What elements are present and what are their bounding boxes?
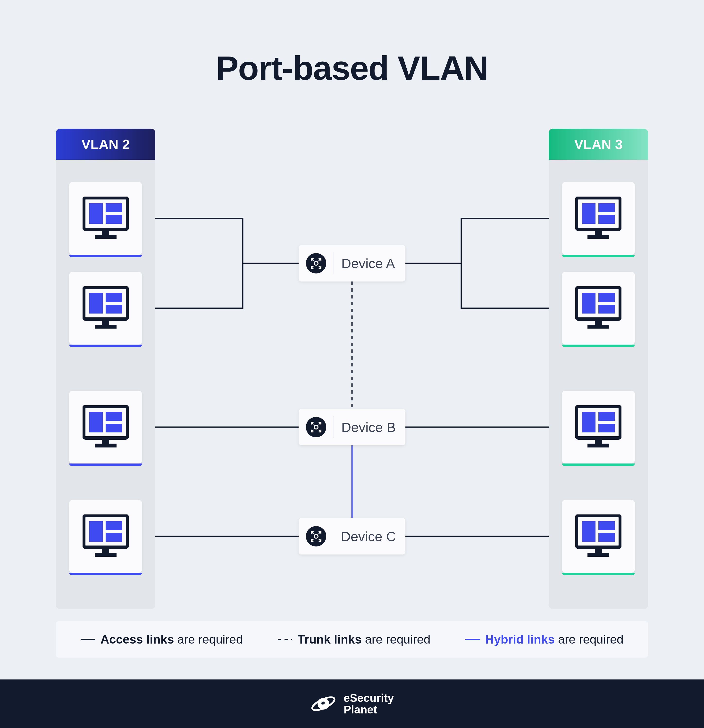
- divider: [334, 416, 334, 438]
- footer: eSecurity Planet: [0, 679, 704, 728]
- device-a-card: Device A: [299, 245, 405, 282]
- svg-rect-16: [102, 320, 109, 325]
- svg-rect-28: [102, 548, 109, 553]
- computer-icon: [575, 286, 622, 330]
- vlan3-pc-4: [562, 500, 635, 573]
- svg-point-56: [314, 534, 318, 538]
- computer-icon: [575, 196, 622, 240]
- vlan3-pc-2: [562, 272, 635, 345]
- computer-icon: [575, 405, 622, 449]
- svg-rect-44: [598, 412, 615, 421]
- svg-rect-41: [587, 325, 609, 329]
- svg-rect-7: [89, 203, 103, 224]
- svg-rect-22: [102, 439, 109, 444]
- vlan2-pc-3: [69, 391, 142, 464]
- vlan2-pc-4: [69, 500, 142, 573]
- vlan3-pc-1: [562, 182, 635, 255]
- svg-rect-40: [595, 320, 602, 325]
- device-a-label: Device A: [341, 256, 395, 271]
- computer-icon: [82, 514, 129, 558]
- brand-name: eSecurity Planet: [344, 692, 394, 716]
- brand-logo-icon: [310, 693, 337, 715]
- svg-rect-53: [587, 553, 609, 557]
- computer-icon: [82, 286, 129, 330]
- vlan2-pc-1: [69, 182, 142, 255]
- computer-icon: [82, 405, 129, 449]
- legend-trunk-rest: are required: [362, 633, 431, 646]
- brand-line2: Planet: [344, 704, 394, 715]
- legend-access-bold: Access links: [101, 633, 174, 646]
- svg-rect-37: [582, 293, 596, 313]
- legend-access-rest: are required: [174, 633, 243, 646]
- vlan2-header: VLAN 2: [56, 129, 155, 160]
- svg-rect-29: [95, 553, 117, 557]
- computer-icon: [82, 196, 129, 240]
- legend-hybrid-rest: are required: [555, 633, 624, 646]
- svg-rect-34: [595, 230, 602, 235]
- divider: [334, 252, 334, 274]
- svg-rect-15: [106, 305, 122, 313]
- svg-rect-17: [95, 325, 117, 329]
- svg-rect-11: [95, 235, 117, 239]
- svg-rect-31: [582, 203, 596, 224]
- svg-rect-49: [582, 521, 596, 542]
- svg-rect-23: [95, 443, 117, 448]
- vlan3-header: VLAN 3: [549, 129, 648, 160]
- device-b-label: Device B: [341, 419, 396, 435]
- device-c-card: Device C: [299, 518, 405, 555]
- svg-rect-19: [89, 412, 103, 432]
- svg-rect-21: [106, 424, 122, 432]
- switch-icon: [306, 253, 326, 273]
- access-line-icon: [81, 639, 95, 640]
- svg-rect-27: [106, 533, 122, 542]
- computer-icon: [575, 514, 622, 558]
- svg-rect-14: [106, 293, 122, 302]
- svg-rect-26: [106, 521, 122, 530]
- device-b-card: Device B: [299, 409, 405, 445]
- svg-rect-35: [587, 235, 609, 239]
- svg-rect-50: [598, 521, 615, 530]
- svg-rect-47: [587, 443, 609, 448]
- svg-rect-32: [598, 203, 615, 212]
- device-c-label: Device C: [341, 529, 396, 544]
- svg-rect-25: [89, 521, 103, 542]
- svg-rect-45: [598, 424, 615, 432]
- legend-trunk-bold: Trunk links: [298, 633, 362, 646]
- svg-point-54: [314, 261, 318, 265]
- svg-rect-38: [598, 293, 615, 302]
- svg-rect-51: [598, 533, 615, 542]
- legend: Access links are required Trunk links ar…: [56, 621, 648, 658]
- svg-rect-43: [582, 412, 596, 432]
- svg-rect-9: [106, 215, 122, 224]
- legend-hybrid-bold: Hybrid links: [485, 633, 555, 646]
- svg-point-55: [314, 425, 318, 429]
- vlan3-pc-3: [562, 391, 635, 464]
- legend-hybrid: Hybrid links are required: [465, 633, 624, 646]
- svg-rect-8: [106, 203, 122, 212]
- svg-rect-39: [598, 305, 615, 313]
- vlan2-pc-2: [69, 272, 142, 345]
- hybrid-line-icon: [465, 639, 480, 640]
- trunk-line-icon: [278, 639, 292, 640]
- svg-rect-13: [89, 293, 103, 313]
- svg-rect-33: [598, 215, 615, 224]
- svg-rect-52: [595, 548, 602, 553]
- switch-icon: [306, 526, 326, 546]
- brand-line1: eSecurity: [344, 692, 394, 704]
- svg-rect-46: [595, 439, 602, 444]
- legend-trunk: Trunk links are required: [278, 633, 431, 646]
- svg-rect-20: [106, 412, 122, 421]
- diagram-area: VLAN 2 VLAN 3: [56, 129, 648, 609]
- switch-icon: [306, 417, 326, 437]
- legend-access: Access links are required: [81, 633, 243, 646]
- page-title: Port-based VLAN: [0, 49, 704, 88]
- svg-rect-10: [102, 230, 109, 235]
